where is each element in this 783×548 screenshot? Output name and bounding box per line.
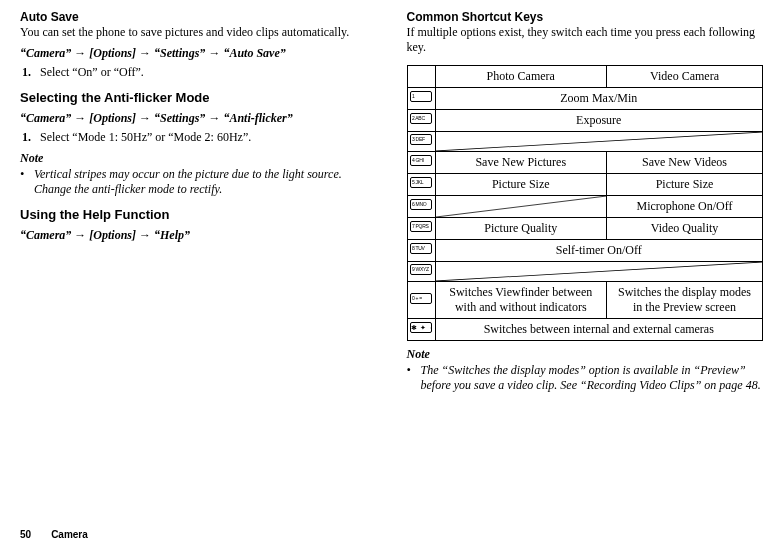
table-header-row: Photo Camera Video Camera [407, 66, 763, 88]
step-1-antiflicker: Select “Mode 1: 50Hz” or “Mode 2: 60Hz”. [34, 130, 377, 145]
header-blank [407, 66, 435, 88]
key-3: 3 DEF [407, 132, 435, 152]
cell-0-photo: Switches Viewfinder between with and wit… [435, 282, 607, 319]
table-row: 7 PQRS Picture Quality Video Quality [407, 218, 763, 240]
key-8: 8 TUV [407, 240, 435, 262]
note-switches: • The “Switches the display modes” optio… [407, 363, 764, 393]
shortcut-table: Photo Camera Video Camera 1 Zoom Max/Min… [407, 65, 764, 341]
key-4: 4 GHI [407, 152, 435, 174]
key-icon: ✱ ✦ ⚬ [410, 322, 432, 333]
heading-shortcut: Common Shortcut Keys [407, 10, 764, 24]
svg-line-0 [436, 132, 763, 151]
shortcut-description: If multiple options exist, they switch e… [407, 25, 764, 55]
cell-5-video: Picture Size [607, 174, 763, 196]
svg-line-1 [436, 196, 607, 217]
cell-4-video: Save New Videos [607, 152, 763, 174]
cell-star: Switches between internal and external c… [435, 319, 763, 341]
key-2: 2 ABC [407, 110, 435, 132]
svg-line-2 [436, 262, 763, 281]
cell-5-photo: Picture Size [435, 174, 607, 196]
key-1: 1 [407, 88, 435, 110]
heading-help: Using the Help Function [20, 207, 377, 222]
table-row: 0 + = Switches Viewfinder between with a… [407, 282, 763, 319]
path-help-text: “Camera” → [Options] → “Help” [20, 228, 190, 242]
table-row: 3 DEF [407, 132, 763, 152]
note-antiflicker-text: Vertical stripes may occur on the pictur… [34, 167, 377, 197]
key-icon: 3 DEF [410, 134, 432, 145]
auto-save-steps: Select “On” or “Off”. [34, 65, 377, 80]
note-antiflicker: • Vertical stripes may occur on the pict… [20, 167, 377, 197]
path-auto-save: “Camera” → [Options] → “Settings” → “Aut… [20, 46, 377, 61]
path-auto-save-text: “Camera” → [Options] → “Settings” → “Aut… [20, 46, 286, 60]
key-6: 6 MNO [407, 196, 435, 218]
heading-antiflicker: Selecting the Anti-flicker Mode [20, 90, 377, 105]
path-antiflicker-text: “Camera” → [Options] → “Settings” → “Ant… [20, 111, 293, 125]
table-row: 1 Zoom Max/Min [407, 88, 763, 110]
bullet-icon: • [20, 167, 30, 197]
cell-selftimer: Self-timer On/Off [435, 240, 763, 262]
table-row: 8 TUV Self-timer On/Off [407, 240, 763, 262]
bullet-icon: • [407, 363, 417, 393]
note-label-2: Note [407, 347, 764, 362]
note-label-1: Note [20, 151, 377, 166]
footer-section: Camera [51, 529, 88, 540]
cell-blank-3 [435, 132, 763, 152]
key-0: 0 + = [407, 282, 435, 319]
cell-blank-9 [435, 262, 763, 282]
cell-6-video: Microphone On/Off [607, 196, 763, 218]
cell-exposure: Exposure [435, 110, 763, 132]
key-7: 7 PQRS [407, 218, 435, 240]
key-icon: 9 WXYZ [410, 264, 432, 275]
key-icon: 7 PQRS [410, 221, 432, 232]
key-9: 9 WXYZ [407, 262, 435, 282]
cell-4-photo: Save New Pictures [435, 152, 607, 174]
table-row: 5 JKL Picture Size Picture Size [407, 174, 763, 196]
cell-7-photo: Picture Quality [435, 218, 607, 240]
note-switches-text: The “Switches the display modes” option … [421, 363, 764, 393]
key-icon: 1 [410, 91, 432, 102]
key-icon: 6 MNO [410, 199, 432, 210]
right-column: Common Shortcut Keys If multiple options… [407, 8, 764, 519]
th-video: Video Camera [607, 66, 763, 88]
th-photo: Photo Camera [435, 66, 607, 88]
left-column: Auto Save You can set the phone to save … [20, 8, 377, 519]
table-row: 2 ABC Exposure [407, 110, 763, 132]
page-number: 50 [20, 529, 31, 540]
key-icon: 0 + = [410, 293, 432, 304]
auto-save-description: You can set the phone to save pictures a… [20, 25, 377, 40]
heading-auto-save: Auto Save [20, 10, 377, 24]
key-icon: 5 JKL [410, 177, 432, 188]
cell-6-photo-blank [435, 196, 607, 218]
table-row: 9 WXYZ [407, 262, 763, 282]
table-row: 6 MNO Microphone On/Off [407, 196, 763, 218]
page-footer: 50 Camera [20, 519, 763, 540]
cell-7-video: Video Quality [607, 218, 763, 240]
step-1: Select “On” or “Off”. [34, 65, 377, 80]
key-icon: 8 TUV [410, 243, 432, 254]
key-icon: 4 GHI [410, 155, 432, 166]
path-help: “Camera” → [Options] → “Help” [20, 228, 377, 243]
antiflicker-steps: Select “Mode 1: 50Hz” or “Mode 2: 60Hz”. [34, 130, 377, 145]
key-icon: 2 ABC [410, 113, 432, 124]
table-row: ✱ ✦ ⚬ Switches between internal and exte… [407, 319, 763, 341]
cell-zoom: Zoom Max/Min [435, 88, 763, 110]
table-row: 4 GHI Save New Pictures Save New Videos [407, 152, 763, 174]
cell-0-video: Switches the display modes in the Previe… [607, 282, 763, 319]
key-5: 5 JKL [407, 174, 435, 196]
key-star: ✱ ✦ ⚬ [407, 319, 435, 341]
path-antiflicker: “Camera” → [Options] → “Settings” → “Ant… [20, 111, 377, 126]
